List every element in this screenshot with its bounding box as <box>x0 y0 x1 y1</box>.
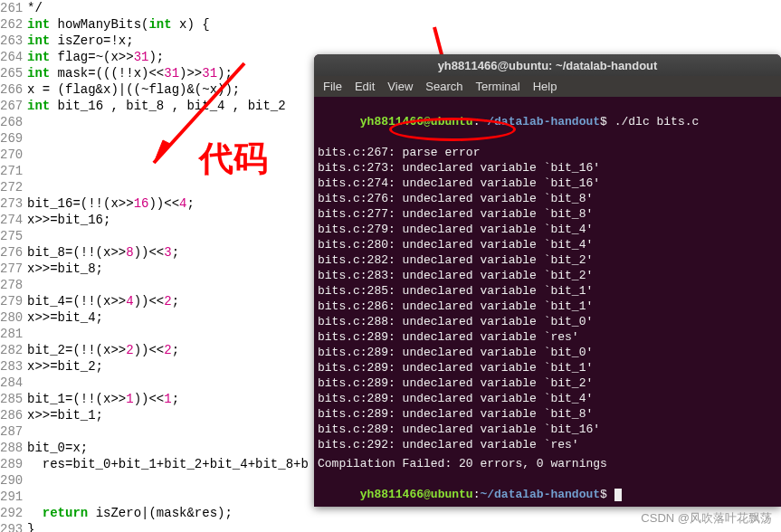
line-number: 266 <box>0 81 27 98</box>
terminal-error-line: bits.c:289: undeclared variable `bit_4' <box>318 391 777 406</box>
terminal-body[interactable]: yh8811466@ubuntu:~/datalab-handout$ ./dl… <box>314 97 781 507</box>
terminal-menubar[interactable]: FileEditViewSearchTerminalHelp <box>314 76 781 97</box>
line-number: 263 <box>0 33 27 49</box>
code-text: bit_16=(!!(x>>16))<<4; <box>27 195 202 212</box>
code-text <box>27 423 34 440</box>
arrow-to-code-icon <box>136 54 253 181</box>
terminal-error-line: bits.c:289: undeclared variable `bit_2' <box>318 375 777 391</box>
code-text: x>>=bit_1; <box>27 407 110 423</box>
code-text: int isZero=!x; <box>27 33 141 49</box>
menu-item-help[interactable]: Help <box>533 80 557 93</box>
code-text: int howManyBits(int x) { <box>27 16 217 33</box>
menu-item-file[interactable]: File <box>323 80 342 93</box>
terminal-error-line: bits.c:273: undeclared variable `bit_16' <box>318 160 777 176</box>
terminal-prompt-line: yh8811466@ubuntu:~/datalab-handout$ ./dl… <box>318 99 777 145</box>
line-number: 275 <box>0 228 27 244</box>
line-number: 278 <box>0 277 27 293</box>
code-text <box>27 179 34 195</box>
code-text: } <box>27 521 43 532</box>
terminal-error-line: bits.c:282: undeclared variable `bit_2' <box>318 252 777 268</box>
terminal-error-line: bits.c:274: undeclared variable `bit_16' <box>318 176 777 191</box>
code-line[interactable]: 261*/ <box>0 0 781 16</box>
line-number: 287 <box>0 423 27 440</box>
line-number: 270 <box>0 147 27 163</box>
line-number: 267 <box>0 98 27 114</box>
code-text: x>>=bit_2; <box>27 358 110 375</box>
code-text <box>27 472 34 489</box>
terminal-error-line: bits.c:289: undeclared variable `bit_16' <box>318 422 777 437</box>
line-number: 286 <box>0 407 27 423</box>
code-text <box>27 489 34 505</box>
svg-marker-1 <box>154 140 172 163</box>
line-number: 284 <box>0 375 27 391</box>
code-text: res=bit_0+bit_1+bit_2+bit_4+bit_8+b <box>27 456 316 472</box>
code-text: */ <box>27 0 50 16</box>
menu-item-search[interactable]: Search <box>425 80 462 93</box>
terminal-error-line: bits.c:289: undeclared variable `bit_1' <box>318 360 777 375</box>
code-text <box>27 130 34 147</box>
terminal-error-line: bits.c:267: parse error <box>318 145 777 160</box>
line-number: 288 <box>0 440 27 456</box>
terminal-error-line: bits.c:279: undeclared variable `bit_4' <box>318 222 777 237</box>
code-text: bit_0=x; <box>27 440 96 456</box>
code-text <box>27 375 34 391</box>
code-text: bit_4=(!!(x>>4))<<2; <box>27 293 186 309</box>
code-text: x>>=bit_8; <box>27 261 110 277</box>
code-text <box>27 114 34 130</box>
line-number: 293 <box>0 521 27 532</box>
line-number: 289 <box>0 456 27 472</box>
menu-item-terminal[interactable]: Terminal <box>476 80 520 93</box>
terminal-summary: Compilation Failed: 20 errors, 0 warning… <box>318 456 777 471</box>
terminal-error-line: bits.c:286: undeclared variable `bit_1' <box>318 299 777 314</box>
terminal-error-line: bits.c:289: undeclared variable `bit_8' <box>318 406 777 422</box>
line-number: 285 <box>0 391 27 407</box>
terminal-titlebar: yh8811466@ubuntu: ~/datalab-handout <box>314 54 781 76</box>
terminal-prompt-line[interactable]: yh8811466@ubuntu:~/datalab-handout$ <box>318 471 777 507</box>
menu-item-edit[interactable]: Edit <box>355 80 375 93</box>
terminal-error-line: bits.c:288: undeclared variable `bit_0' <box>318 314 777 329</box>
line-number: 277 <box>0 261 27 277</box>
line-number: 271 <box>0 163 27 179</box>
terminal-error-line: bits.c:289: undeclared variable `bit_0' <box>318 345 777 360</box>
watermark: CSDN @风吹落叶花飘荡 <box>641 510 772 527</box>
code-text: bit_2=(!!(x>>2))<<2; <box>27 342 186 358</box>
line-number: 262 <box>0 16 27 33</box>
menu-item-view[interactable]: View <box>387 80 413 93</box>
line-number: 272 <box>0 179 27 195</box>
line-number: 292 <box>0 505 27 521</box>
line-number: 268 <box>0 114 27 130</box>
line-number: 261 <box>0 0 27 16</box>
code-text: return isZero|(mask&res); <box>27 505 240 521</box>
terminal-title: yh8811466@ubuntu: ~/datalab-handout <box>438 59 658 72</box>
line-number: 291 <box>0 489 27 505</box>
line-number: 281 <box>0 326 27 342</box>
line-number: 280 <box>0 309 27 326</box>
line-number: 274 <box>0 212 27 228</box>
code-text: x>>=bit_4; <box>27 309 110 326</box>
terminal-error-line: bits.c:277: undeclared variable `bit_8' <box>318 206 777 222</box>
code-text <box>27 228 34 244</box>
terminal-error-line: bits.c:280: undeclared variable `bit_4' <box>318 237 777 252</box>
terminal-error-line: bits.c:283: undeclared variable `bit_2' <box>318 268 777 283</box>
code-line[interactable]: 262int howManyBits(int x) { <box>0 16 781 33</box>
line-number: 279 <box>0 293 27 309</box>
code-text: x>>=bit_16; <box>27 212 119 228</box>
terminal-error-line: bits.c:292: undeclared variable `res' <box>318 437 777 452</box>
line-number: 276 <box>0 244 27 261</box>
terminal-error-line: bits.c:289: undeclared variable `res' <box>318 329 777 345</box>
line-number: 282 <box>0 342 27 358</box>
code-text <box>27 163 34 179</box>
code-text: bit_1=(!!(x>>1))<<1; <box>27 391 186 407</box>
cursor-icon <box>614 489 622 501</box>
code-line[interactable]: 263int isZero=!x; <box>0 33 781 49</box>
line-number: 265 <box>0 65 27 81</box>
terminal-window[interactable]: yh8811466@ubuntu: ~/datalab-handout File… <box>314 54 781 507</box>
code-text <box>27 277 34 293</box>
line-number: 269 <box>0 130 27 147</box>
code-text: bit_8=(!!(x>>8))<<3; <box>27 244 186 261</box>
line-number: 264 <box>0 49 27 65</box>
terminal-error-line: bits.c:276: undeclared variable `bit_8' <box>318 191 777 206</box>
line-number: 273 <box>0 195 27 212</box>
line-number: 283 <box>0 358 27 375</box>
code-text <box>27 326 34 342</box>
